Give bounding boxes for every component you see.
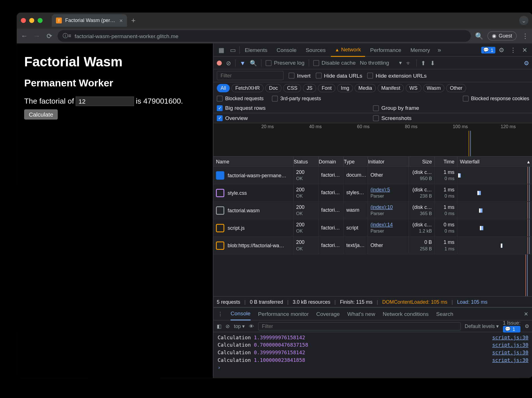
preserve-log-checkbox[interactable]: Preserve log xyxy=(266,60,305,66)
clear-icon[interactable]: ⊘ xyxy=(226,60,231,66)
console-prompt[interactable]: › xyxy=(213,364,532,371)
source-link[interactable]: script.js:30 xyxy=(492,334,528,340)
col-type[interactable]: Type xyxy=(344,157,368,166)
drawer-tab-perfmon[interactable]: Performance monitor xyxy=(258,311,309,317)
drawer-close-icon[interactable]: ✕ xyxy=(524,311,528,317)
issues-label[interactable]: 1 Issue: 💬 1 xyxy=(503,320,520,332)
col-name[interactable]: Name xyxy=(213,157,294,166)
console-settings-icon[interactable]: ⚙ xyxy=(525,323,529,329)
tab-memory[interactable]: Memory xyxy=(406,43,434,57)
kebab-icon[interactable]: ⋮ xyxy=(507,46,519,54)
levels-select[interactable]: Default levels ▾ xyxy=(465,323,499,329)
drawer-tab-search[interactable]: Search xyxy=(436,311,453,317)
type-pill-ws[interactable]: WS xyxy=(406,84,421,92)
kebab-menu-icon[interactable]: ⋮ xyxy=(521,32,529,40)
hide-extension-urls-checkbox[interactable]: Hide extension URLs xyxy=(367,73,426,79)
upload-har-icon[interactable]: ⬆ xyxy=(421,60,426,66)
window-minimize-icon[interactable] xyxy=(29,18,34,23)
new-tab-button[interactable]: + xyxy=(131,16,136,25)
network-settings-icon[interactable]: ⚙ xyxy=(524,60,529,66)
back-icon[interactable]: ← xyxy=(20,32,29,40)
inspect-element-icon[interactable]: ▦ xyxy=(216,46,227,54)
live-expression-icon[interactable]: 👁 xyxy=(249,323,254,329)
window-maximize-icon[interactable] xyxy=(38,18,43,23)
source-link[interactable]: script.js:30 xyxy=(492,357,528,363)
col-time[interactable]: Time xyxy=(435,157,457,166)
type-pill-media[interactable]: Media xyxy=(355,84,376,92)
site-info-icon[interactable]: ⓘ≡ xyxy=(63,32,71,40)
table-row[interactable]: script.js200OKfactori…script(index):14Pa… xyxy=(213,219,532,237)
drawer-tab-coverage[interactable]: Coverage xyxy=(316,311,340,317)
type-pill-doc[interactable]: Doc xyxy=(265,84,282,92)
close-devtools-icon[interactable]: ✕ xyxy=(520,46,530,54)
download-har-icon[interactable]: ⬇ xyxy=(430,60,435,66)
issues-badge[interactable]: 💬 1 xyxy=(481,47,496,53)
tab-console[interactable]: Console xyxy=(272,43,301,57)
table-row[interactable]: style.css200OKfactori…styles…(index):5Pa… xyxy=(213,184,532,202)
tab-performance[interactable]: Performance xyxy=(366,43,406,57)
disable-cache-checkbox[interactable]: Disable cache xyxy=(313,60,356,66)
big-rows-checkbox[interactable]: ✓ xyxy=(217,105,223,111)
browser-tab[interactable]: f Factorial Wasm (permanent … × xyxy=(52,14,127,27)
screenshots-checkbox[interactable] xyxy=(373,115,379,121)
search-icon[interactable]: 🔍 xyxy=(250,60,257,66)
drawer-tab-netcond[interactable]: Network conditions xyxy=(383,311,429,317)
col-status[interactable]: Status xyxy=(294,157,319,166)
profile-button[interactable]: ◉ Guest xyxy=(487,31,517,41)
console-filter-input[interactable] xyxy=(258,322,461,330)
record-icon[interactable] xyxy=(217,60,222,65)
zoom-icon[interactable]: 🔍 xyxy=(475,32,483,40)
table-row[interactable]: blob:https://factorial-wa…200OKfactori…t… xyxy=(213,237,532,254)
factorial-input[interactable] xyxy=(76,97,134,106)
blocked-cookies-checkbox[interactable]: Blocked response cookies xyxy=(463,96,529,102)
type-pill-fetchxhr[interactable]: Fetch/XHR xyxy=(231,84,263,92)
throttling-select[interactable]: No throttling ▾ xyxy=(360,60,402,66)
type-pill-manifest[interactable]: Manifest xyxy=(378,84,404,92)
type-pill-other[interactable]: Other xyxy=(446,84,466,92)
source-link[interactable]: script.js:30 xyxy=(492,350,528,356)
hide-data-urls-checkbox[interactable]: Hide data URLs xyxy=(316,73,362,79)
table-row[interactable]: factorial.wasm200OKfactori…wasm(index):1… xyxy=(213,202,532,219)
type-pill-font[interactable]: Font xyxy=(318,84,335,92)
col-initiator[interactable]: Initiator xyxy=(368,157,409,166)
source-link[interactable]: script.js:30 xyxy=(492,342,528,348)
network-conditions-icon[interactable]: ᯤ xyxy=(406,60,412,66)
forward-icon[interactable]: → xyxy=(32,32,41,40)
type-pill-all[interactable]: All xyxy=(217,84,230,92)
tab-network[interactable]: ▲Network xyxy=(331,43,365,57)
overview-checkbox[interactable]: ✓ xyxy=(217,115,223,121)
context-select[interactable]: top ▾ xyxy=(234,323,245,329)
settings-icon[interactable]: ⚙ xyxy=(496,46,507,54)
window-close-icon[interactable] xyxy=(21,18,26,23)
type-pill-wasm[interactable]: Wasm xyxy=(423,84,445,92)
console-sidebar-icon[interactable]: ◧ xyxy=(217,323,221,329)
device-toolbar-icon[interactable]: ▭ xyxy=(228,46,238,54)
drawer-menu-icon[interactable]: ⋮ xyxy=(218,311,223,317)
drawer-tab-whatsnew[interactable]: What's new xyxy=(347,311,375,317)
overview-timeline[interactable]: 20 ms40 ms60 ms80 ms100 ms120 ms xyxy=(213,123,532,157)
invert-checkbox[interactable]: Invert xyxy=(289,73,311,79)
table-row[interactable]: factorial-wasm-permane…200OKfactori…docu… xyxy=(213,167,532,184)
drawer-tab-console[interactable]: Console xyxy=(231,308,251,320)
type-pill-img[interactable]: Img xyxy=(337,84,353,92)
col-size[interactable]: Size xyxy=(409,157,435,166)
group-frame-checkbox[interactable] xyxy=(373,105,379,111)
blocked-requests-checkbox[interactable]: Blocked requests xyxy=(217,96,264,102)
filter-icon[interactable]: ▼ xyxy=(240,60,246,66)
address-bar[interactable]: ⓘ≡ factorial-wasm-permanent-worker.glitc… xyxy=(58,30,471,42)
calculate-button[interactable]: Calculate xyxy=(24,110,58,120)
console-clear-icon[interactable]: ⊘ xyxy=(226,323,230,329)
tab-elements[interactable]: Elements xyxy=(240,43,272,57)
type-pill-js[interactable]: JS xyxy=(303,84,316,92)
tab-close-icon[interactable]: × xyxy=(119,17,123,24)
col-waterfall[interactable]: Waterfall▴ xyxy=(457,157,532,166)
col-domain[interactable]: Domain xyxy=(319,157,344,166)
type-pill-css[interactable]: CSS xyxy=(283,84,301,92)
tab-sources[interactable]: Sources xyxy=(301,43,330,57)
reload-icon[interactable]: ⟳ xyxy=(45,32,54,40)
third-party-checkbox[interactable]: 3rd-party requests xyxy=(272,96,321,102)
js-file-icon xyxy=(216,241,224,250)
more-tabs-icon[interactable]: » xyxy=(435,46,444,53)
tabs-menu-icon[interactable]: ⌄ xyxy=(519,16,529,25)
network-filter-input[interactable] xyxy=(217,71,284,80)
